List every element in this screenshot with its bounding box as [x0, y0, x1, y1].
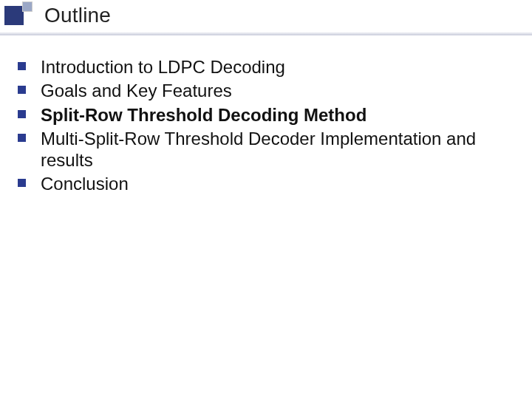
slide-body: Introduction to LDPC Decoding Goals and … — [0, 35, 532, 195]
slide-title: Outline — [44, 4, 111, 27]
title-underline — [0, 33, 532, 35]
list-item: Conclusion — [18, 173, 514, 194]
square-bullet-icon — [18, 134, 26, 142]
square-bullet-icon — [18, 62, 26, 70]
title-row: Outline — [0, 0, 532, 30]
list-item: Split-Row Threshold Decoding Method — [18, 104, 514, 126]
list-item-text: Conclusion — [41, 173, 129, 194]
square-bullet-icon — [18, 110, 26, 118]
list-item-text: Goals and Key Features — [41, 80, 232, 101]
list-item-text: Introduction to LDPC Decoding — [41, 56, 285, 78]
slide: Outline Introduction to LDPC Decoding Go… — [0, 0, 532, 399]
list-item: Introduction to LDPC Decoding — [18, 56, 514, 78]
list-item: Goals and Key Features — [18, 80, 514, 101]
square-bullet-icon — [18, 179, 26, 187]
list-item-text: Multi-Split-Row Threshold Decoder Implem… — [41, 128, 514, 171]
list-item-text: Split-Row Threshold Decoding Method — [41, 104, 366, 126]
square-bullet-icon — [18, 86, 26, 94]
title-bullet-icon — [4, 1, 33, 30]
list-item: Multi-Split-Row Threshold Decoder Implem… — [18, 128, 514, 171]
